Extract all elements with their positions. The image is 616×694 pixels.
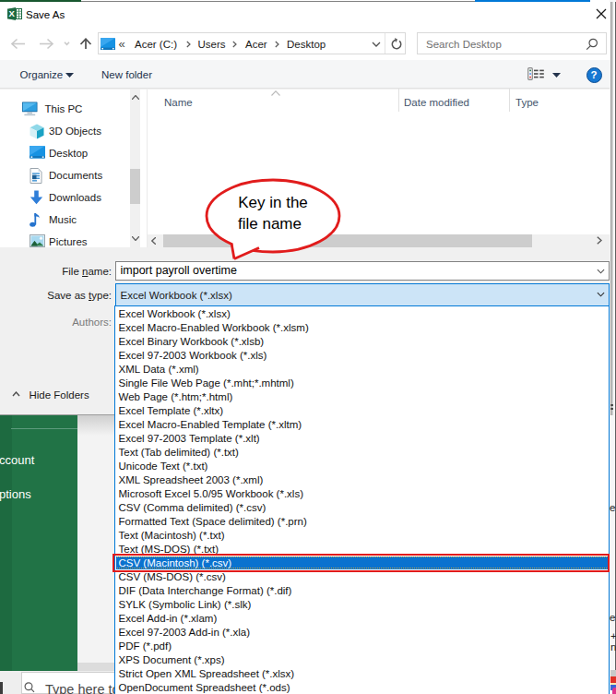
svg-text:X: X (8, 8, 15, 18)
svg-text:Key in the: Key in the (238, 194, 308, 211)
svg-text:file name: file name (238, 215, 302, 233)
